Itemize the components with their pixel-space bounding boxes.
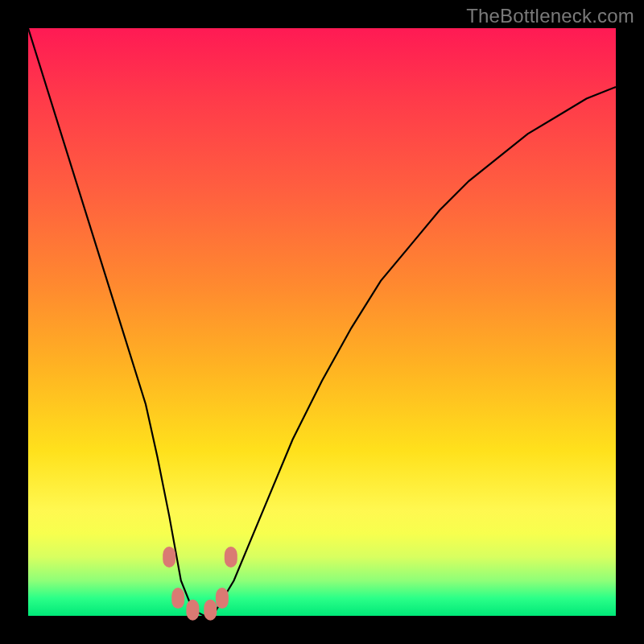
curve-marker [186,600,199,621]
chart-frame: TheBottleneck.com [0,0,644,644]
curve-markers [163,547,237,621]
plot-area [28,28,616,616]
curve-marker [204,600,217,621]
bottleneck-curve [28,28,616,616]
curve-marker [171,588,184,609]
watermark-text: TheBottleneck.com [466,5,634,27]
curve-marker [225,547,237,568]
curve-marker [163,547,175,568]
curve-svg [28,28,616,616]
curve-marker [216,588,229,609]
